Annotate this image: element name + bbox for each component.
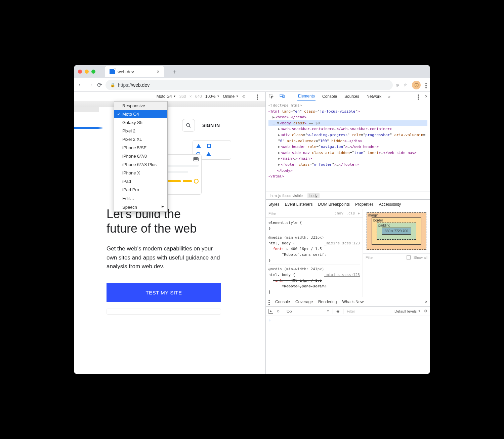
throttling-select[interactable]: Online ▼ bbox=[223, 94, 239, 99]
ruler bbox=[74, 101, 265, 107]
device-toolbar: Moto G4 ▼ 360 × 640 100% ▼ Online ▼ ⟲ Re… bbox=[74, 92, 265, 101]
tab-accessibility[interactable]: Accessibility bbox=[379, 202, 401, 207]
elements-tree[interactable]: <!doctype html> <html lang="en" class="j… bbox=[266, 101, 430, 192]
add-rule-icon[interactable]: + bbox=[358, 211, 360, 215]
dd-device[interactable]: Pixel 2 XL bbox=[114, 135, 167, 144]
maximize-window-button[interactable] bbox=[91, 70, 95, 74]
tab-network[interactable]: Network bbox=[366, 92, 382, 101]
chrome-menu-icon[interactable] bbox=[425, 83, 427, 87]
computed-filter-input[interactable]: Filter bbox=[366, 255, 404, 260]
eye-icon[interactable]: ◉ bbox=[336, 309, 340, 313]
height-input[interactable]: 640 bbox=[195, 94, 202, 99]
url-bar: ← → ⟳ 🔒 https://web.dev ⊕ ☆ 🐵 bbox=[74, 78, 430, 92]
hero-paragraph: Get the web's modern capabilities on you… bbox=[107, 244, 221, 271]
device-toolbar-menu-icon[interactable] bbox=[257, 94, 258, 99]
triangle-icon bbox=[206, 152, 211, 156]
close-devtools-icon[interactable]: × bbox=[425, 94, 427, 99]
browser-window: web.dev × ＋ ← → ⟳ 🔒 https://web.dev ⊕ ☆ … bbox=[74, 65, 430, 374]
dd-device[interactable]: iPhone X bbox=[114, 169, 167, 177]
crumb[interactable]: body bbox=[307, 193, 320, 198]
console-play-icon[interactable]: ▶ bbox=[268, 309, 273, 314]
device-dropdown: Responsive Moto G4 Galaxy S5 Pixel 2 Pix… bbox=[114, 101, 168, 212]
signin-button[interactable]: SIGN IN bbox=[202, 123, 220, 128]
cls-toggle[interactable]: .cls bbox=[346, 211, 355, 215]
lock-icon: 🔒 bbox=[110, 83, 115, 87]
tab-sources[interactable]: Sources bbox=[344, 92, 360, 101]
dd-device[interactable]: Pixel 2 bbox=[114, 127, 167, 135]
styles-rules[interactable]: element.style { } @media (min-width: 321… bbox=[266, 218, 363, 297]
dd-device[interactable]: Galaxy S5 bbox=[114, 118, 167, 127]
console-drawer: Console Coverage Rendering What's New × … bbox=[266, 297, 430, 374]
menu-icon bbox=[193, 157, 199, 161]
dd-device[interactable]: iPhone 6/7/8 Plus bbox=[114, 160, 167, 169]
hov-toggle[interactable]: :hov bbox=[335, 211, 344, 215]
box-model[interactable]: margin- border padding- 360 × 7729.700 -… bbox=[363, 209, 430, 253]
more-tabs-icon[interactable]: » bbox=[388, 94, 390, 99]
new-tab-button[interactable]: ＋ bbox=[172, 68, 178, 76]
devtools-tabstrip: Elements Console Sources Network » × bbox=[266, 92, 430, 101]
close-tab-icon[interactable]: × bbox=[157, 69, 159, 74]
device-mode-icon[interactable] bbox=[280, 93, 285, 99]
close-drawer-icon[interactable]: × bbox=[425, 300, 427, 304]
browser-tab[interactable]: web.dev × bbox=[105, 66, 164, 77]
dd-device[interactable]: iPad bbox=[114, 177, 167, 186]
svg-point-0 bbox=[186, 123, 190, 126]
dd-device[interactable]: Moto G4 bbox=[114, 110, 167, 118]
devtools-menu-icon[interactable] bbox=[418, 94, 419, 99]
tab-title: web.dev bbox=[118, 69, 134, 74]
styles-filter-input[interactable]: Filter bbox=[268, 211, 332, 215]
breadcrumb: html.js-focus-visible body bbox=[266, 192, 430, 200]
device-stage: SIGN IN bbox=[74, 101, 265, 374]
back-button[interactable]: ← bbox=[77, 81, 84, 88]
dd-speech[interactable]: Speech bbox=[114, 203, 167, 211]
inspect-icon[interactable] bbox=[268, 93, 274, 99]
device-select[interactable]: Moto G4 ▼ bbox=[157, 94, 176, 99]
drawer-tab-whatsnew[interactable]: What's New bbox=[342, 300, 364, 304]
tab-styles[interactable]: Styles bbox=[268, 202, 280, 207]
console-body[interactable]: › bbox=[266, 316, 430, 374]
console-settings-icon[interactable]: ⚙ bbox=[424, 309, 427, 313]
drawer-tab-rendering[interactable]: Rendering bbox=[318, 300, 337, 304]
test-my-site-button[interactable]: TEST MY SITE bbox=[107, 283, 221, 302]
styles-tabstrip: Styles Event Listeners DOM Breakpoints P… bbox=[266, 200, 430, 209]
close-window-button[interactable] bbox=[78, 70, 82, 74]
minimize-window-button[interactable] bbox=[85, 70, 89, 74]
devtools-panel: Elements Console Sources Network » × <!d… bbox=[265, 92, 430, 374]
tab-event-listeners[interactable]: Event Listeners bbox=[285, 202, 313, 207]
tab-dom-breakpoints[interactable]: DOM Breakpoints bbox=[318, 202, 350, 207]
width-input[interactable]: 360 bbox=[179, 94, 186, 99]
dd-edit[interactable]: Edit… bbox=[114, 194, 167, 203]
hero-text: Let's build thefuture of the web Get the… bbox=[102, 207, 225, 315]
showall-checkbox[interactable] bbox=[407, 255, 411, 260]
crumb[interactable]: html.js-focus-visible bbox=[268, 193, 305, 198]
tab-elements[interactable]: Elements bbox=[297, 92, 316, 101]
svg-line-1 bbox=[189, 126, 191, 127]
dimension-separator: × bbox=[190, 94, 192, 99]
drawer-menu-icon[interactable] bbox=[268, 300, 270, 304]
showall-label: Show all bbox=[413, 255, 427, 260]
search-icon[interactable] bbox=[182, 119, 195, 132]
levels-select[interactable]: Default levels ▼ bbox=[394, 309, 421, 313]
profile-avatar[interactable]: 🐵 bbox=[412, 81, 421, 89]
tab-console[interactable]: Console bbox=[322, 92, 338, 101]
rotate-icon[interactable]: ⟲ bbox=[242, 94, 245, 99]
dd-device[interactable]: iPhone 5/SE bbox=[114, 144, 167, 152]
dd-device[interactable]: iPhone 6/7/8 bbox=[114, 152, 167, 160]
install-icon[interactable]: ⊕ bbox=[395, 83, 399, 87]
square-icon bbox=[207, 144, 211, 148]
tab-properties[interactable]: Properties bbox=[355, 202, 374, 207]
dd-device[interactable]: iPad Pro bbox=[114, 186, 167, 194]
reload-button[interactable]: ⟳ bbox=[96, 81, 103, 89]
drawer-tab-coverage[interactable]: Coverage bbox=[295, 300, 313, 304]
address-field[interactable]: 🔒 https://web.dev bbox=[106, 80, 393, 90]
tab-favicon bbox=[110, 69, 115, 74]
context-select[interactable]: top bbox=[287, 309, 293, 313]
mac-titlebar: web.dev × ＋ bbox=[74, 65, 430, 78]
clear-console-icon[interactable]: ⊘ bbox=[277, 309, 280, 313]
drawer-tab-console[interactable]: Console bbox=[275, 300, 290, 304]
forward-button[interactable]: → bbox=[87, 81, 93, 88]
console-filter-input[interactable]: Filter bbox=[347, 309, 391, 313]
zoom-select[interactable]: 100% ▼ bbox=[205, 94, 220, 99]
bookmark-icon[interactable]: ☆ bbox=[404, 83, 407, 87]
dd-responsive[interactable]: Responsive bbox=[114, 102, 167, 110]
